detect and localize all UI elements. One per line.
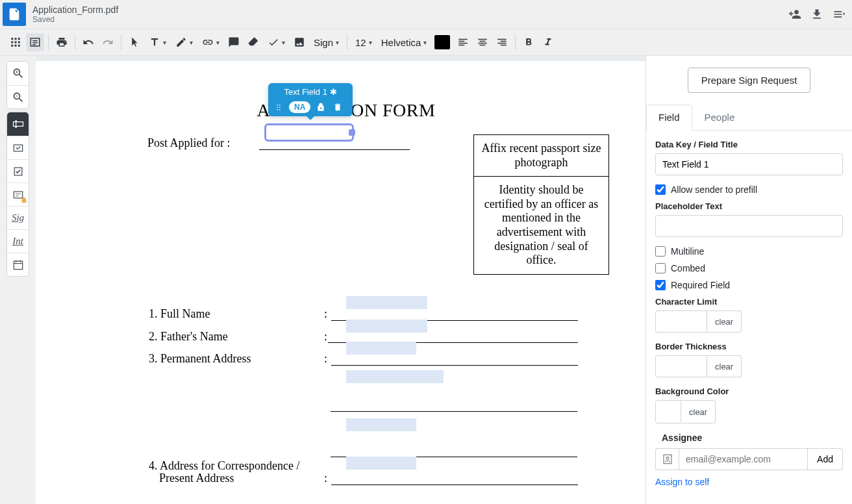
data-key-input[interactable] bbox=[655, 153, 843, 175]
color-swatch[interactable] bbox=[434, 35, 450, 49]
svg-rect-22 bbox=[14, 261, 22, 270]
document-view-icon[interactable] bbox=[26, 33, 44, 51]
border-thickness-input[interactable] bbox=[655, 355, 707, 377]
svg-point-30 bbox=[277, 109, 278, 110]
svg-rect-2 bbox=[18, 38, 20, 40]
svg-rect-0 bbox=[11, 38, 13, 40]
required-checkbox[interactable]: Required Field bbox=[655, 280, 843, 290]
thumbnails-icon[interactable] bbox=[6, 33, 25, 51]
cursor-icon[interactable] bbox=[125, 33, 144, 51]
field-popover: Text Field 1 ✱ NA bbox=[268, 83, 353, 116]
delete-icon[interactable] bbox=[331, 101, 344, 114]
redo-icon[interactable] bbox=[99, 33, 117, 51]
svg-rect-4 bbox=[15, 42, 17, 44]
bold-icon[interactable] bbox=[520, 33, 538, 51]
svg-rect-6 bbox=[11, 45, 13, 47]
svg-point-29 bbox=[279, 107, 281, 108]
download-icon[interactable] bbox=[810, 8, 823, 21]
border-thickness-clear-button[interactable]: clear bbox=[707, 355, 742, 377]
sign-dropdown[interactable]: Sign▾ bbox=[310, 33, 343, 51]
bg-color-swatch[interactable] bbox=[655, 400, 681, 423]
svg-point-31 bbox=[279, 109, 281, 110]
field-placeholder[interactable] bbox=[346, 418, 416, 431]
field-placeholder[interactable] bbox=[346, 370, 444, 383]
document-canvas[interactable]: APPLICATION FORM Post Applied for : Text… bbox=[36, 56, 645, 504]
italic-icon[interactable] bbox=[539, 33, 557, 51]
svg-rect-8 bbox=[18, 45, 20, 47]
initials-tool[interactable]: Int bbox=[7, 229, 29, 253]
assignee-email-input[interactable] bbox=[679, 448, 808, 470]
zoom-in-icon[interactable] bbox=[7, 62, 29, 85]
assign-to-self-link[interactable]: Assign to self bbox=[655, 477, 709, 487]
border-thickness-label: Border Thickness bbox=[655, 342, 843, 351]
multiline-checkbox[interactable]: Multiline bbox=[655, 246, 843, 257]
post-applied-label: Post Applied for : bbox=[147, 136, 231, 150]
locked-field-tool[interactable] bbox=[7, 183, 29, 206]
toolbar: ▾ ▾ ▾ ▾ Sign▾ 12▾ Helvetica▾ bbox=[0, 29, 852, 56]
lock-icon[interactable] bbox=[314, 101, 327, 114]
align-left-icon[interactable] bbox=[454, 33, 472, 51]
combed-checkbox[interactable]: Combed bbox=[655, 263, 843, 273]
popover-title: Text Field 1 ✱ bbox=[272, 86, 349, 98]
svg-rect-3 bbox=[11, 42, 13, 44]
app-logo bbox=[3, 3, 26, 26]
svg-point-27 bbox=[279, 105, 281, 106]
document-status: Saved bbox=[32, 15, 788, 24]
link-tool[interactable]: ▾ bbox=[198, 33, 223, 51]
placeholder-label: Placeholder Text bbox=[655, 201, 843, 211]
data-key-label: Data Key / Field Title bbox=[655, 140, 843, 149]
placeholder-input[interactable] bbox=[655, 215, 843, 237]
font-size-dropdown[interactable]: 12▾ bbox=[351, 33, 376, 51]
prepare-sign-request-button[interactable]: Prepare Sign Request bbox=[688, 68, 811, 93]
add-user-icon[interactable] bbox=[788, 8, 801, 21]
font-family-dropdown[interactable]: Helvetica▾ bbox=[377, 33, 431, 51]
undo-icon[interactable] bbox=[79, 33, 97, 51]
text-field-tool[interactable] bbox=[7, 112, 29, 136]
tab-people[interactable]: People bbox=[692, 105, 747, 130]
left-toolbar: Sig Int bbox=[0, 56, 36, 504]
select-field-tool[interactable] bbox=[7, 136, 29, 159]
assignee-badge[interactable]: NA bbox=[289, 101, 310, 113]
bg-color-clear-button[interactable]: clear bbox=[681, 400, 716, 423]
tab-field[interactable]: Field bbox=[646, 105, 692, 131]
char-limit-input[interactable] bbox=[655, 310, 707, 333]
header-bar: Application_Form.pdf Saved bbox=[0, 0, 852, 29]
bg-color-label: Background Color bbox=[655, 386, 843, 396]
align-right-icon[interactable] bbox=[493, 33, 511, 51]
print-icon[interactable] bbox=[53, 33, 71, 51]
allow-prefill-checkbox[interactable]: Allow sender to prefill bbox=[655, 184, 843, 195]
char-limit-clear-button[interactable]: clear bbox=[707, 310, 742, 333]
svg-rect-5 bbox=[18, 42, 20, 44]
field-placeholder[interactable] bbox=[346, 457, 416, 470]
zoom-out-icon[interactable] bbox=[7, 85, 29, 108]
photo-instructions-box: Affix recent passport size photograph Id… bbox=[473, 134, 609, 275]
text-tool[interactable]: ▾ bbox=[145, 33, 170, 51]
comment-icon[interactable] bbox=[225, 33, 243, 51]
image-icon[interactable] bbox=[290, 33, 308, 51]
char-limit-label: Character Limit bbox=[655, 297, 843, 307]
align-center-icon[interactable] bbox=[473, 33, 492, 51]
field-placeholder[interactable] bbox=[346, 296, 427, 309]
checkbox-tool[interactable] bbox=[7, 159, 29, 183]
drag-handle-icon[interactable] bbox=[272, 101, 285, 114]
signature-tool[interactable]: Sig bbox=[7, 206, 29, 229]
svg-rect-1 bbox=[15, 38, 17, 40]
selected-text-field[interactable] bbox=[264, 123, 354, 142]
svg-point-26 bbox=[277, 105, 278, 106]
menu-icon[interactable] bbox=[833, 8, 846, 21]
svg-rect-7 bbox=[15, 45, 17, 47]
check-tool[interactable]: ▾ bbox=[264, 33, 289, 51]
document-filename: Application_Form.pdf bbox=[32, 5, 788, 15]
erase-icon[interactable] bbox=[244, 33, 262, 51]
assignee-add-button[interactable]: Add bbox=[808, 448, 843, 470]
assignee-label: Assignee bbox=[662, 433, 843, 443]
svg-rect-13 bbox=[13, 122, 23, 127]
svg-point-33 bbox=[666, 457, 669, 460]
date-tool[interactable] bbox=[7, 253, 29, 276]
contact-icon bbox=[655, 448, 679, 470]
properties-panel: Prepare Sign Request Field People Data K… bbox=[645, 56, 852, 504]
highlight-tool[interactable]: ▾ bbox=[171, 33, 197, 51]
page: APPLICATION FORM Post Applied for : Text… bbox=[36, 61, 645, 504]
svg-point-28 bbox=[277, 107, 278, 108]
